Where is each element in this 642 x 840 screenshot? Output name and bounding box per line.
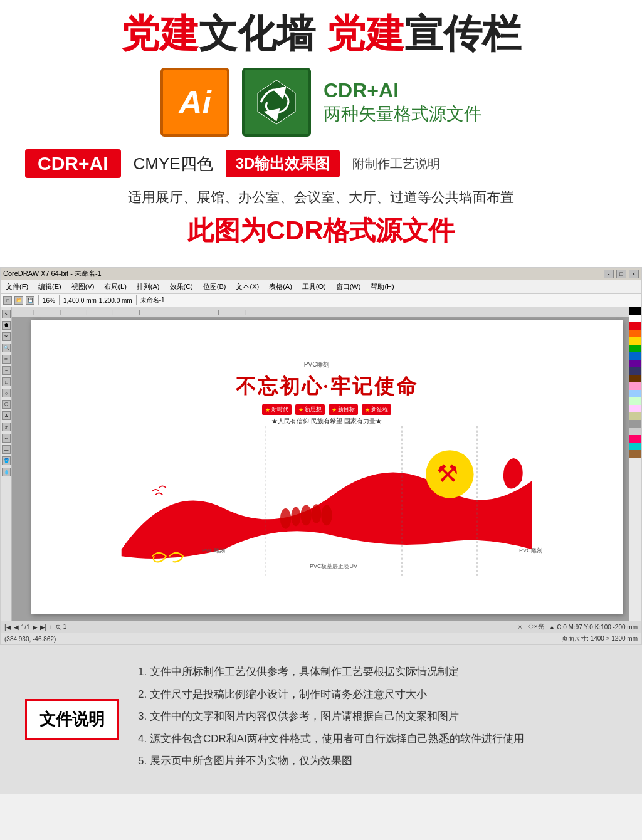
color-cyan[interactable]: [629, 443, 641, 450]
badge-new-journey: ★新征程: [362, 404, 391, 415]
tool-connector[interactable]: —: [2, 445, 11, 454]
color-yellow[interactable]: [629, 337, 641, 345]
format-row: CDR+AI CMYE四色 3D输出效果图 附制作工艺说明: [25, 149, 617, 178]
page-next[interactable]: ▶: [33, 624, 38, 631]
color-lightgreen[interactable]: [629, 397, 641, 405]
color-lightblue[interactable]: [629, 390, 641, 397]
color-white[interactable]: [629, 315, 641, 322]
canvas-area: ↖ ⬟ ✂ 🔍 ✏ ~ □ ○ ⬡ A # ↔ — 🪣 💧 ||||: [1, 307, 641, 621]
tool-smart[interactable]: ~: [2, 366, 11, 375]
svg-point-2: [291, 507, 300, 527]
canvas-size-h: 1,200.0 mm: [99, 297, 132, 304]
svg-point-4: [312, 505, 321, 524]
ai-label: Ai: [179, 83, 211, 121]
star-icon-2: ★: [298, 407, 303, 413]
window-chrome: CoreDRAW X7 64-bit - 未命名-1 - □ ×: [1, 268, 641, 280]
badge-cdr-ai: CDR+AI: [25, 149, 121, 178]
page-controls: |◀ ◀ 1/1 ▶ ▶| + 页 1: [4, 622, 66, 631]
software-desc: CDR+AI 两种矢量格式源文件: [324, 79, 482, 126]
page-first[interactable]: |◀: [4, 624, 11, 631]
color-red[interactable]: [629, 322, 641, 330]
application-text: 适用展厅、展馆、办公室、会议室、大厅、过道等公共墙面布置: [128, 189, 514, 205]
notes-list: 1. 文件中所标制作工艺仅供参考，具体制作工艺要根据实际情况制定 2. 文件尺寸…: [138, 664, 524, 775]
calligraphy-title: 不忘初心·牢记使命: [236, 373, 418, 401]
page-prev[interactable]: ◀: [14, 624, 19, 631]
color-pink[interactable]: [629, 382, 641, 390]
badge-new-era: ★新时代: [262, 404, 292, 415]
toolbar-sep1: [38, 295, 39, 305]
menu-help[interactable]: 帮助(H): [368, 281, 396, 292]
page-add[interactable]: +: [49, 624, 53, 631]
menu-bitmap[interactable]: 位图(B): [201, 281, 229, 292]
menu-table[interactable]: 表格(A): [266, 281, 295, 292]
page-tab[interactable]: 页 1: [55, 622, 66, 631]
star-icon-4: ★: [365, 407, 370, 413]
toolbar-sep3: [136, 295, 137, 305]
maximize-button[interactable]: □: [616, 270, 626, 278]
menu-window[interactable]: 窗口(W): [334, 281, 364, 292]
tool-fill[interactable]: 🪣: [2, 456, 11, 465]
pvc-label-1: PVC雕刻: [304, 360, 330, 369]
menu-edit[interactable]: 编辑(E): [36, 281, 64, 292]
toolbar-save[interactable]: 💾: [26, 296, 34, 305]
tool-zoom[interactable]: 🔍: [2, 344, 11, 352]
color-navy[interactable]: [629, 367, 641, 375]
color-sienna[interactable]: [629, 450, 641, 458]
close-button[interactable]: ×: [629, 270, 639, 278]
color-magenta[interactable]: [629, 435, 641, 443]
tool-table[interactable]: #: [2, 423, 11, 431]
title-red-2: 党建: [327, 12, 404, 55]
tool-eyedropper[interactable]: 💧: [2, 468, 11, 476]
toolbar-new[interactable]: □: [3, 296, 12, 305]
menu-effects[interactable]: 效果(C): [167, 281, 196, 292]
screenshot-section: CoreDRAW X7 64-bit - 未命名-1 - □ × 文件(F) 编…: [0, 267, 642, 645]
canvas-tab[interactable]: 未命名-1: [140, 296, 165, 305]
color-blue[interactable]: [629, 352, 641, 360]
menu-arrange[interactable]: 排列(A): [134, 281, 162, 292]
color-lightgray[interactable]: [629, 428, 641, 435]
tool-ellipse[interactable]: ○: [2, 389, 11, 397]
bottom-section: 文件说明 1. 文件中所标制作工艺仅供参考，具体制作工艺要根据实际情况制定 2.…: [0, 645, 642, 794]
color-orange[interactable]: [629, 330, 641, 337]
color-purple[interactable]: [629, 360, 641, 367]
color-brown[interactable]: [629, 375, 641, 382]
note-1: 1. 文件中所标制作工艺仅供参考，具体制作工艺要根据实际情况制定: [138, 664, 524, 680]
color-palette: [629, 307, 641, 621]
menu-tools[interactable]: 工具(O): [300, 281, 329, 292]
light-icon: ☀: [517, 624, 523, 631]
color-green[interactable]: [629, 345, 641, 352]
minimize-button[interactable]: -: [604, 270, 614, 278]
menu-text[interactable]: 文本(X): [233, 281, 261, 292]
software-desc-line2: 两种矢量格式源文件: [324, 102, 482, 126]
toolbar-open[interactable]: 📂: [14, 296, 23, 305]
tool-text[interactable]: A: [2, 411, 11, 420]
tool-crop[interactable]: ✂: [2, 332, 11, 341]
tool-freehand[interactable]: ✏: [2, 355, 11, 364]
pvc-label-2: PVC雕刻: [202, 547, 225, 555]
menu-file[interactable]: 文件(F): [3, 281, 31, 292]
window-title: CoreDRAW X7 64-bit - 未命名-1: [3, 269, 102, 278]
page-last[interactable]: ▶|: [40, 624, 47, 631]
top-section: 党建文化墙 党建宣传栏 Ai CDR+AI 两种矢量格式源文件: [0, 0, 642, 267]
tool-polygon[interactable]: ⬡: [2, 400, 11, 409]
bottom-slogan: ★人民有信仰 民族有希望 国家有力量★: [271, 417, 382, 426]
badge-new-goal: ★新目标: [329, 404, 358, 415]
menu-layout[interactable]: 布局(L): [102, 281, 129, 292]
status-right: ☀ ◇×光 ▲ C:0 M:97 Y:0 K:100 -200 mm: [517, 622, 638, 631]
canvas-size-w: 1,400.0 mm: [63, 297, 97, 304]
color-black[interactable]: [629, 307, 641, 315]
tool-rectangle[interactable]: □: [2, 377, 11, 386]
window-controls[interactable]: - □ ×: [604, 270, 639, 278]
title-black-1: 文化墙: [199, 12, 326, 55]
color-lavender[interactable]: [629, 405, 641, 412]
tool-select[interactable]: ↖: [2, 310, 11, 318]
color-tan[interactable]: [629, 412, 641, 420]
color-gray[interactable]: [629, 420, 641, 428]
badge-note: 附制作工艺说明: [352, 155, 440, 172]
menu-view[interactable]: 视图(V): [69, 281, 97, 292]
canvas-content: PVC雕刻 不忘初心·牢记使命 ★新时代 ★新思想: [31, 320, 623, 614]
tool-shape[interactable]: ⬟: [2, 321, 11, 330]
tool-dimension[interactable]: ↔: [2, 434, 11, 443]
ai-icon: Ai: [160, 68, 229, 137]
svg-point-3: [301, 505, 312, 526]
